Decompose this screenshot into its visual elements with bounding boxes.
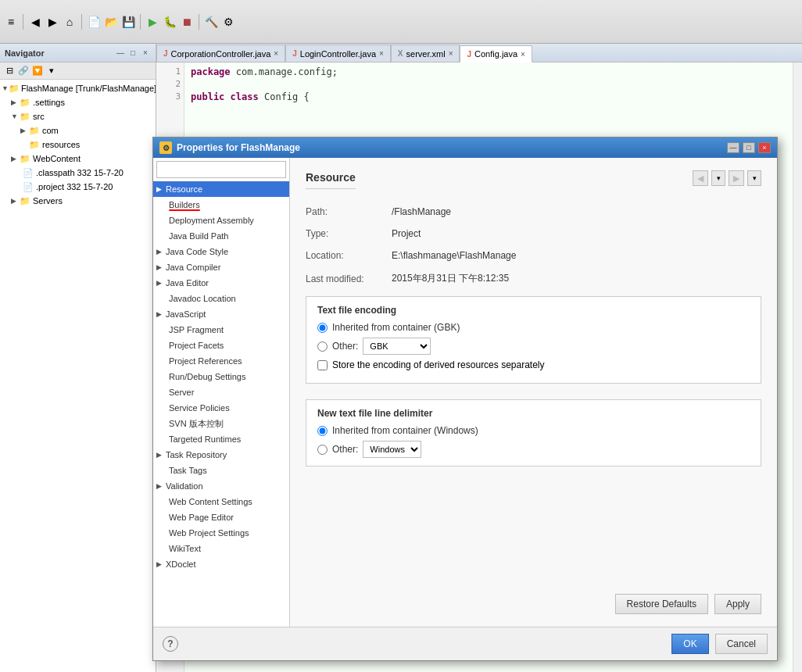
delimiter-other-radio[interactable] — [317, 445, 328, 455]
com-folder-icon: 📁 — [28, 124, 41, 137]
prop-tree-item-service-policies[interactable]: Service Policies — [153, 400, 289, 416]
toolbar-debug-icon[interactable]: 🐛 — [162, 14, 177, 30]
encoding-other-radio[interactable] — [317, 341, 328, 352]
tab-close-4[interactable]: × — [521, 50, 525, 59]
tree-item-project-file[interactable]: 📄 .project 332 15-7-20 — [0, 180, 156, 194]
toolbar-menu-icon[interactable]: ≡ — [3, 14, 19, 30]
prop-tree-item-targeted-runtimes[interactable]: Targeted Runtimes — [153, 431, 289, 447]
task-tags-label: Task Tags — [169, 466, 207, 475]
tree-item-resources[interactable]: 📁 resources — [0, 138, 156, 152]
toolbar-build-icon[interactable]: 🔨 — [203, 14, 219, 30]
tab-close-2[interactable]: × — [379, 49, 384, 58]
prop-tree-item-xdoclet[interactable]: ▶ XDoclet — [153, 556, 289, 572]
tab-close-3[interactable]: × — [449, 49, 453, 58]
prop-tree-item-svn[interactable]: SVN 版本控制 — [153, 416, 289, 431]
navigator-close-btn[interactable]: × — [140, 48, 151, 59]
prop-tree-item-validation[interactable]: ▶ Validation — [153, 478, 289, 494]
toolbar-forward-icon[interactable]: ▶ — [45, 14, 60, 30]
webcontent-label: WebContent — [33, 154, 81, 163]
editor-tab-bar: J CorporationController.java × J LoginCo… — [156, 44, 802, 63]
tab-login-controller[interactable]: J LoginController.java × — [285, 45, 391, 62]
prop-tree-item-java-compiler[interactable]: ▶ Java Compiler — [153, 259, 289, 275]
ok-button[interactable]: OK — [671, 634, 708, 654]
prop-tree-item-task-tags[interactable]: Task Tags — [153, 463, 289, 478]
tree-item-webcontent[interactable]: ▶ 📁 WebContent — [0, 152, 156, 166]
xdoclet-arrow-icon: ▶ — [156, 560, 166, 568]
dialog-help-icon[interactable]: ? — [163, 636, 178, 652]
store-encoding-row: Store the encoding of derived resources … — [317, 359, 750, 370]
toolbar-home-icon[interactable]: ⌂ — [62, 14, 77, 30]
webcontent-folder-icon: 📁 — [19, 152, 31, 165]
tab-server-xml[interactable]: X server.xml × — [391, 45, 460, 62]
text-encoding-group: Text file encoding Inherited from contai… — [306, 296, 761, 384]
prop-tree-item-project-facets[interactable]: Project Facets — [153, 338, 289, 353]
prop-tree-item-jsp-fragment[interactable]: JSP Fragment — [153, 322, 289, 338]
java-compiler-label: Java Compiler — [166, 263, 220, 272]
properties-search-input[interactable] — [156, 161, 286, 178]
tree-item-servers[interactable]: ▶ 📁 Servers — [0, 194, 156, 208]
apply-button[interactable]: Apply — [714, 594, 761, 614]
delimiter-inherited-radio[interactable] — [317, 426, 328, 436]
prop-tree-item-web-content-settings[interactable]: Web Content Settings — [153, 494, 289, 509]
servers-folder-icon: 📁 — [19, 195, 31, 207]
navigator-maximize-btn[interactable]: □ — [127, 48, 138, 59]
nav-back-btn[interactable]: ◀ — [693, 170, 708, 186]
tab-corporation-controller[interactable]: J CorporationController.java × — [156, 45, 285, 62]
store-encoding-checkbox[interactable] — [317, 360, 328, 370]
nav-link-icon[interactable]: 🔗 — [17, 65, 30, 77]
tab-config-java[interactable]: J Config.java × — [460, 45, 532, 63]
editor-scrollbar[interactable] — [793, 63, 802, 672]
keyword-class: class — [231, 91, 259, 102]
tree-item-com[interactable]: ▶ 📁 com — [0, 123, 156, 138]
nav-collapse-icon[interactable]: ⊟ — [3, 65, 16, 77]
prop-tree-item-java-build-path[interactable]: Java Build Path — [153, 228, 289, 244]
resource-label: Resource — [166, 184, 202, 194]
restore-defaults-button[interactable]: Restore Defaults — [615, 594, 708, 614]
encoding-other-row: Other: GBK UTF-8 UTF-16 ISO-8859-1 — [317, 338, 750, 355]
toolbar-run-icon[interactable]: ▶ — [145, 14, 160, 30]
tree-item-src[interactable]: ▼ 📁 src — [0, 109, 156, 123]
prop-tree-item-wikitext[interactable]: WikiText — [153, 541, 289, 556]
code-package-value: com.manage.config; — [236, 66, 338, 77]
toolbar-back-icon[interactable]: ◀ — [27, 14, 43, 30]
tree-item-project[interactable]: ▼ 📁 FlashManage [Trunk/FlashManage] — [0, 81, 156, 95]
navigator-header: Navigator — □ × — [0, 44, 156, 63]
delimiter-inherited-row: Inherited from container (Windows) — [317, 425, 750, 436]
restore-apply-bar: Restore Defaults Apply — [306, 594, 761, 614]
dialog-minimize-btn[interactable]: — — [727, 142, 739, 153]
tree-item-classpath[interactable]: 📄 .classpath 332 15-7-20 — [0, 166, 156, 180]
prop-tree-item-task-repository[interactable]: ▶ Task Repository — [153, 447, 289, 463]
prop-tree-item-resource[interactable]: ▶ Resource — [153, 181, 289, 197]
delimiter-other-select[interactable]: Windows Unix Mac — [363, 441, 421, 458]
navigator-minimize-btn[interactable]: — — [115, 48, 126, 59]
toolbar-stop-icon[interactable]: ⏹ — [179, 14, 195, 30]
tree-item-settings[interactable]: ▶ 📁 .settings — [0, 95, 156, 109]
prop-tree-item-web-project-settings[interactable]: Web Project Settings — [153, 525, 289, 541]
prop-tree-item-java-code-style[interactable]: ▶ Java Code Style — [153, 244, 289, 259]
prop-tree-item-web-page-editor[interactable]: Web Page Editor — [153, 509, 289, 525]
prop-tree-item-run-debug[interactable]: Run/Debug Settings — [153, 369, 289, 384]
prop-tree-item-server[interactable]: Server — [153, 384, 289, 400]
nav-filter-icon[interactable]: 🔽 — [31, 65, 44, 77]
dialog-close-btn[interactable]: × — [758, 142, 771, 153]
nav-back-dropdown[interactable]: ▾ — [711, 170, 725, 186]
nav-forward-dropdown[interactable]: ▾ — [747, 170, 761, 186]
encoding-other-select[interactable]: GBK UTF-8 UTF-16 ISO-8859-1 — [363, 338, 431, 355]
nav-forward-btn[interactable]: ▶ — [729, 170, 744, 186]
prop-tree-item-javascript[interactable]: ▶ JavaScript — [153, 306, 289, 322]
tab-close-1[interactable]: × — [274, 49, 278, 58]
toolbar-save-icon[interactable]: 💾 — [120, 14, 136, 30]
dialog-restore-btn[interactable]: □ — [743, 142, 755, 153]
toolbar-open-icon[interactable]: 📂 — [103, 14, 119, 30]
toolbar-settings-icon[interactable]: ⚙ — [220, 14, 236, 30]
prop-tree-item-java-editor[interactable]: ▶ Java Editor — [153, 275, 289, 291]
encoding-inherited-radio[interactable] — [317, 323, 328, 333]
prop-tree-item-builders[interactable]: Builders — [153, 197, 289, 213]
prop-tree-item-project-references[interactable]: Project References — [153, 353, 289, 369]
cancel-button[interactable]: Cancel — [715, 634, 768, 654]
prop-tree-item-javadoc[interactable]: Javadoc Location — [153, 291, 289, 306]
prop-tree-item-deployment[interactable]: Deployment Assembly — [153, 213, 289, 228]
nav-menu-icon[interactable]: ▾ — [45, 65, 58, 77]
dialog-body: ▶ Resource Builders Deployment Assembly … — [153, 158, 777, 627]
toolbar-new-icon[interactable]: 📄 — [86, 14, 102, 30]
